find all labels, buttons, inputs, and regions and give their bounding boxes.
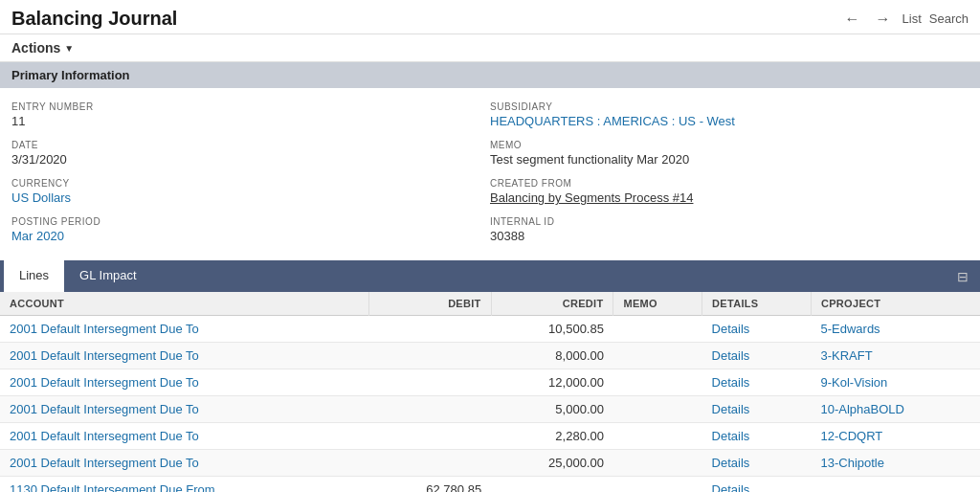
tabs-bar: Lines GL Impact ⊟: [0, 260, 980, 292]
cell-cproject[interactable]: 12-CDQRT: [811, 423, 980, 450]
cell-credit: 10,500.85: [491, 316, 613, 343]
details-link[interactable]: Details: [712, 456, 750, 470]
tab-collapse-icon[interactable]: ⊟: [949, 265, 976, 288]
cproject-link[interactable]: 10-AlphaBOLD: [820, 402, 903, 416]
cell-details[interactable]: Details: [702, 477, 812, 493]
cell-credit: 2,280.00: [491, 423, 613, 450]
table-header: ACCOUNT DEBIT CREDIT MEMO DETAILS CPROJE…: [0, 292, 980, 316]
col-header-memo: MEMO: [613, 292, 702, 316]
cell-cproject[interactable]: 9-Kol-Vision: [811, 369, 980, 396]
details-link[interactable]: Details: [712, 482, 750, 492]
cell-credit: 25,000.00: [491, 450, 613, 477]
cell-credit: 5,000.00: [491, 396, 613, 423]
details-link[interactable]: Details: [712, 348, 750, 363]
cproject-link[interactable]: 3-KRAFT: [820, 348, 872, 363]
cell-account[interactable]: 2001 Default Intersegment Due To: [0, 396, 368, 423]
primary-info-left: ENTRY NUMBER 11 DATE 3/31/2020 CURRENCY …: [11, 98, 490, 251]
internal-id-field: INTERNAL ID 30388: [490, 212, 969, 251]
cell-debit: [368, 343, 491, 369]
cell-details[interactable]: Details: [702, 369, 812, 396]
date-field: DATE 3/31/2020: [11, 136, 490, 174]
cproject-link[interactable]: 5-Edwards: [820, 322, 880, 336]
details-link[interactable]: Details: [712, 375, 750, 390]
primary-info-header: Primary Information: [0, 62, 980, 88]
details-link[interactable]: Details: [712, 429, 750, 443]
date-label: DATE: [11, 140, 479, 150]
cproject-link[interactable]: 9-Kol-Vision: [820, 375, 887, 390]
actions-button[interactable]: Actions ▼: [11, 40, 74, 56]
created-from-value[interactable]: Balancing by Segments Process #14: [490, 190, 957, 205]
cell-account[interactable]: 2001 Default Intersegment Due To: [0, 316, 368, 343]
back-button[interactable]: ←: [841, 9, 864, 30]
currency-field: CURRENCY US Dollars: [11, 174, 490, 212]
cell-memo: [613, 450, 702, 477]
col-header-account: ACCOUNT: [0, 292, 368, 316]
table-row: 2001 Default Intersegment Due To2,280.00…: [0, 423, 980, 450]
details-link[interactable]: Details: [712, 402, 750, 416]
lines-table-container: ACCOUNT DEBIT CREDIT MEMO DETAILS CPROJE…: [0, 292, 980, 492]
cell-memo: [613, 477, 702, 493]
actions-dropdown-arrow: ▼: [64, 43, 74, 54]
cell-cproject[interactable]: 5-Edwards: [811, 316, 980, 343]
col-header-credit: CREDIT: [491, 292, 613, 316]
account-link[interactable]: 2001 Default Intersegment Due To: [10, 402, 199, 416]
memo-value: Test segment functionality Mar 2020: [490, 152, 957, 167]
cell-cproject[interactable]: [811, 477, 980, 493]
account-link[interactable]: 2001 Default Intersegment Due To: [10, 456, 199, 470]
cell-details[interactable]: Details: [702, 343, 812, 369]
tab-gl-impact[interactable]: GL Impact: [64, 260, 151, 292]
col-header-debit: DEBIT: [368, 292, 491, 316]
cell-credit: [491, 477, 613, 493]
table-body: 2001 Default Intersegment Due To10,500.8…: [0, 316, 980, 493]
cell-cproject[interactable]: 10-AlphaBOLD: [811, 396, 980, 423]
internal-id-label: INTERNAL ID: [490, 216, 957, 227]
subsidiary-label: SUBSIDIARY: [490, 101, 957, 112]
subsidiary-value[interactable]: HEADQUARTERS : AMERICAS : US - West: [490, 114, 957, 128]
posting-period-value[interactable]: Mar 2020: [11, 229, 479, 243]
cell-cproject[interactable]: 13-Chipotle: [811, 450, 980, 477]
account-link[interactable]: 2001 Default Intersegment Due To: [10, 348, 199, 363]
created-from-label: CREATED FROM: [490, 178, 957, 189]
list-link[interactable]: List: [902, 11, 922, 26]
cell-debit: [368, 396, 491, 423]
cell-account[interactable]: 1130 Default Intersegment Due From: [0, 477, 368, 493]
page-title: Balancing Journal: [11, 8, 177, 30]
search-link[interactable]: Search: [929, 11, 969, 26]
cell-memo: [613, 423, 702, 450]
posting-period-field: POSTING PERIOD Mar 2020: [11, 212, 490, 251]
cproject-link[interactable]: 12-CDQRT: [820, 429, 882, 443]
cell-details[interactable]: Details: [702, 316, 812, 343]
posting-period-label: POSTING PERIOD: [11, 216, 479, 227]
cell-account[interactable]: 2001 Default Intersegment Due To: [0, 369, 368, 396]
account-link[interactable]: 2001 Default Intersegment Due To: [10, 429, 199, 443]
account-link[interactable]: 2001 Default Intersegment Due To: [10, 322, 199, 336]
tab-lines[interactable]: Lines: [4, 260, 64, 292]
cell-memo: [613, 396, 702, 423]
cell-account[interactable]: 2001 Default Intersegment Due To: [0, 423, 368, 450]
col-header-cproject: CPROJECT: [811, 292, 980, 316]
subsidiary-field: SUBSIDIARY HEADQUARTERS : AMERICAS : US …: [490, 98, 969, 136]
cell-details[interactable]: Details: [702, 450, 812, 477]
entry-number-field: ENTRY NUMBER 11: [11, 98, 490, 136]
cell-memo: [613, 343, 702, 369]
col-header-details: DETAILS: [702, 292, 812, 316]
page-header: Balancing Journal ← → List Search: [0, 0, 980, 34]
account-link[interactable]: 2001 Default Intersegment Due To: [10, 375, 199, 390]
cell-debit: [368, 316, 491, 343]
details-link[interactable]: Details: [712, 322, 750, 336]
cell-debit: [368, 450, 491, 477]
currency-value[interactable]: US Dollars: [11, 190, 479, 205]
cell-details[interactable]: Details: [702, 423, 812, 450]
forward-button[interactable]: →: [872, 9, 895, 30]
table-row: 2001 Default Intersegment Due To5,000.00…: [0, 396, 980, 423]
cell-cproject[interactable]: 3-KRAFT: [811, 343, 980, 369]
cell-memo: [613, 369, 702, 396]
actions-label: Actions: [11, 40, 60, 56]
cell-account[interactable]: 2001 Default Intersegment Due To: [0, 343, 368, 369]
cell-details[interactable]: Details: [702, 396, 812, 423]
actions-bar: Actions ▼: [0, 34, 980, 62]
account-link[interactable]: 1130 Default Intersegment Due From: [10, 482, 215, 492]
cell-account[interactable]: 2001 Default Intersegment Due To: [0, 450, 368, 477]
cproject-link[interactable]: 13-Chipotle: [820, 456, 884, 470]
primary-info-right: SUBSIDIARY HEADQUARTERS : AMERICAS : US …: [490, 98, 969, 251]
